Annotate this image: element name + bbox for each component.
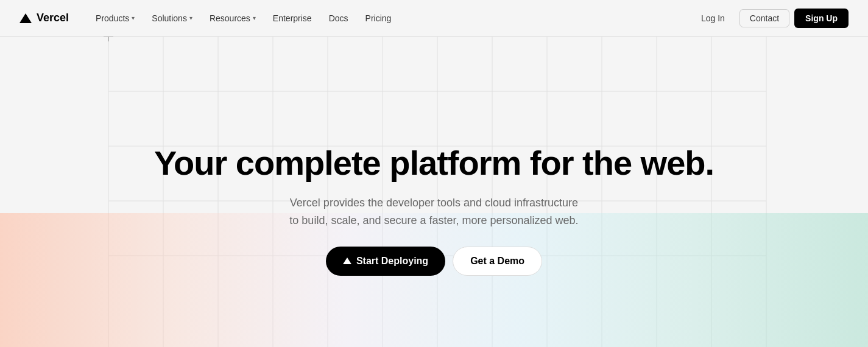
start-deploying-button[interactable]: Start Deploying — [326, 247, 445, 276]
nav-item-resources[interactable]: Resources ▾ — [202, 10, 263, 27]
nav-label-resources: Resources — [210, 13, 250, 23]
deploy-triangle-icon — [343, 258, 351, 264]
hero-title: Your complete platform for the web. — [154, 144, 714, 182]
nav-item-docs[interactable]: Docs — [322, 10, 356, 27]
nav-links: Products ▾ Solutions ▾ Resources ▾ Enter… — [88, 10, 398, 27]
nav-item-enterprise[interactable]: Enterprise — [266, 10, 319, 27]
get-demo-button[interactable]: Get a Demo — [453, 247, 542, 276]
nav-item-products[interactable]: Products ▾ — [88, 10, 142, 27]
nav-label-solutions: Solutions — [152, 13, 187, 23]
contact-button[interactable]: Contact — [739, 9, 789, 27]
hero-subtitle: Vercel provides the developer tools and … — [289, 194, 578, 230]
hero-subtitle-line2: to build, scale, and secure a faster, mo… — [289, 214, 578, 226]
hero-subtitle-line1: Vercel provides the developer tools and … — [290, 197, 578, 209]
hero-content: Your complete platform for the web. Verc… — [154, 144, 714, 275]
logo[interactable]: Vercel — [19, 12, 69, 24]
nav-label-products: Products — [96, 13, 129, 23]
hero-buttons: Start Deploying Get a Demo — [326, 247, 542, 276]
navbar-right: Log In Contact Sign Up — [691, 9, 849, 28]
nav-item-pricing[interactable]: Pricing — [358, 10, 399, 27]
nav-label-pricing: Pricing — [365, 13, 392, 23]
chevron-down-icon: ▾ — [189, 15, 192, 21]
login-button[interactable]: Log In — [691, 10, 735, 27]
logo-triangle-icon — [19, 13, 32, 23]
hero-section: Your complete platform for the web. Verc… — [0, 37, 868, 347]
start-deploying-label: Start Deploying — [356, 256, 428, 267]
nav-item-solutions[interactable]: Solutions ▾ — [144, 10, 200, 27]
navbar-left: Vercel Products ▾ Solutions ▾ Resources … — [19, 10, 398, 27]
nav-label-enterprise: Enterprise — [273, 13, 312, 23]
chevron-down-icon: ▾ — [253, 15, 256, 21]
chevron-down-icon: ▾ — [132, 15, 135, 21]
brand-name: Vercel — [37, 12, 69, 24]
signup-button[interactable]: Sign Up — [794, 9, 849, 28]
navbar: Vercel Products ▾ Solutions ▾ Resources … — [0, 0, 868, 37]
nav-label-docs: Docs — [329, 13, 348, 23]
